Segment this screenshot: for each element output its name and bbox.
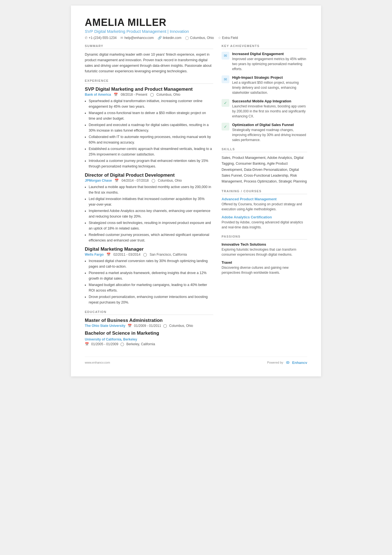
check-icon-1: ✓ [222,99,229,107]
job-2-dates: 04/2014 - 07/2018 [121,179,148,182]
achievements-section: KEY ACHIEVEMENTS ✉ Increased Digital Eng… [222,44,307,142]
training-2: Adobe Analytics Certification Provided b… [222,215,307,230]
candidate-title: SVP Digital Marketing Product Management… [85,29,307,34]
job-1-location: Columbus, Ohio [157,93,180,97]
achievement-3-title: Successful Mobile App Integration [232,99,307,103]
degree-1-loc-icon: ◯ [163,324,167,328]
summary-section: SUMMARY Dynamic digital marketing leader… [85,44,213,74]
list-item: Strategized cross-sell technologies, res… [89,220,213,231]
degree-2-loc-icon: ◯ [120,342,124,346]
footer: www.enhancv.com Powered by Enhancv [85,357,307,365]
left-column: SUMMARY Dynamic digital marketing leader… [85,44,213,351]
location-icon: ◯ [185,36,189,40]
degree-2: Bachelor of Science in Marketing Univers… [85,330,213,346]
job-3: Digital Marketing Manager Wells Fargo 📅 … [85,246,213,305]
summary-title: SUMMARY [85,44,213,49]
degree-1-location: Columbus, Ohio [169,324,193,328]
passion-2: Travel Discovering diverse cultures and … [222,260,307,275]
job-2-location: Columbus, Ohio [158,179,182,182]
passion-1-text: Exploring futuristic technologies that c… [222,247,307,257]
achievement-4-title: Optimization of Digital Sales Funnel [232,123,307,127]
degree-1-cal-icon: 📅 [128,324,132,328]
list-item: Launched a mobile app feature that boost… [89,184,213,195]
contact-location: ◯ Columbus, Ohio [185,36,214,40]
job-1-dates: 08/2018 - Present [121,93,147,97]
right-column: KEY ACHIEVEMENTS ✉ Increased Digital Eng… [222,44,307,351]
achievement-4-content: Optimization of Digital Sales Funnel Str… [232,123,307,142]
degree-1-meta: The Ohio State University 📅 01/2009 - 01… [85,324,213,328]
degree-2-name: Bachelor of Science in Marketing [85,330,213,336]
achievement-2-content: High-Impact Strategic Project Led a sign… [232,75,307,95]
degree-1-school: The Ohio State University [85,324,125,328]
experience-title: EXPERIENCE [85,79,213,84]
list-item: Managed a cross-functional team to deliv… [89,110,213,121]
passion-2-title: Travel [222,260,307,265]
job-1-bullets: Spearheaded a digital transformation ini… [85,98,213,169]
job-2-bullets: Launched a mobile app feature that boost… [85,184,213,243]
passion-2-text: Discovering diverse cultures and gaining… [222,265,307,275]
job-3-cal-icon: 📅 [106,253,111,256]
contact-extra: ☆ Extra Field [218,36,238,40]
job-1-cal-icon: 📅 [114,93,118,97]
skills-title: SKILLS [222,147,307,152]
achievement-2-text: Led a significant $50 million project, e… [232,80,307,95]
list-item: Established a consumer-centric approach … [89,146,213,157]
training-section: TRAINING / COURSES Advanced Product Mana… [222,189,307,230]
job-3-company: Wells Fargo [85,253,104,256]
education-title: EDUCATION [85,310,213,315]
powered-by-label: Powered by [267,361,283,364]
training-1-title: Advanced Product Management [222,197,307,201]
training-2-title: Adobe Analytics Certification [222,215,307,219]
degree-2-location: Berkeley, California [126,342,155,346]
job-3-meta: Wells Fargo 📅 02/2011 - 03/2014 ◯ San Fr… [85,253,213,256]
job-2-loc-icon: ◯ [152,179,155,182]
training-title: TRAINING / COURSES [222,189,307,194]
degree-2-dates: 01/2005 - 01/2009 [91,342,118,346]
contact-email: ✉ help@enhancv.com [120,36,153,40]
star-icon: ☆ [218,36,221,40]
contact-phone: ✆ +1-(234)-555-1234 [85,36,116,40]
passion-1-title: Innovative Tech Solutions [222,242,307,246]
achievement-2: ✉ High-Impact Strategic Project Led a si… [222,75,307,95]
degree-1-name: Master of Business Administration [85,318,213,323]
achievement-3: ✓ Successful Mobile App Integration Laun… [222,99,307,119]
candidate-name: AMELIA MILLER [85,17,307,28]
achievement-1-title: Increased Digital Engagement [232,52,307,56]
job-3-bullets: Increased digital channel conversion rat… [85,258,213,305]
job-3-dates: 02/2011 - 03/2014 [113,253,140,256]
degree-2-meta: 📅 01/2005 - 01/2009 ◯ Berkeley, Californ… [85,342,213,346]
summary-text: Dynamic digital marketing leader with ov… [85,52,213,74]
main-layout: SUMMARY Dynamic digital marketing leader… [85,44,307,351]
experience-section: EXPERIENCE SVP Digital Marketing and Pro… [85,79,213,305]
list-item: Drove product personalization, enhancing… [89,294,213,305]
job-1-title: SVP Digital Marketing and Product Manage… [85,87,213,92]
job-2-cal-icon: 📅 [115,179,119,182]
job-3-loc-icon: ◯ [143,253,147,256]
resume-page: AMELIA MILLER SVP Digital Marketing Prod… [71,6,321,376]
degree-1: Master of Business Administration The Oh… [85,318,213,328]
passions-section: PASSIONS Innovative Tech Solutions Explo… [222,235,307,275]
achievement-2-title: High-Impact Strategic Project [232,75,307,80]
header: AMELIA MILLER SVP Digital Marketing Prod… [85,17,307,40]
email-icon: ✉ [120,36,123,40]
link-icon: 🔗 [158,36,162,40]
skills-section: SKILLS Sales, Product Management, Adobe … [222,147,307,184]
achievement-1-text: Improved user engagement metrics by 45% … [232,56,307,71]
job-2-meta: JPMorgan Chase 📅 04/2014 - 07/2018 ◯ Col… [85,179,213,182]
footer-logo-text: Enhancv [292,361,307,365]
degree-2-school: University of California, Berkeley [85,337,137,341]
check-icon-2: ✓ [222,123,229,130]
degree-2-cal-icon: 📅 [85,342,89,346]
training-1-text: Offered by Coursera, focusing on product… [222,202,307,212]
footer-url: www.enhancv.com [85,361,110,364]
achievement-1-content: Increased Digital Engagement Improved us… [232,52,307,71]
job-1-loc-icon: ◯ [150,93,154,97]
passion-1: Innovative Tech Solutions Exploring futu… [222,242,307,257]
achievement-3-content: Successful Mobile App Integration Launch… [232,99,307,119]
enhancv-logo-icon [285,360,291,365]
footer-powered-by: Powered by Enhancv [267,360,307,365]
job-1-company: Bank of America [85,93,111,97]
list-item: Led digital innovation initiatives that … [89,196,213,207]
training-2-text: Provided by Adobe, covering advanced dig… [222,220,307,230]
list-item: Spearheaded a digital transformation ini… [89,98,213,109]
